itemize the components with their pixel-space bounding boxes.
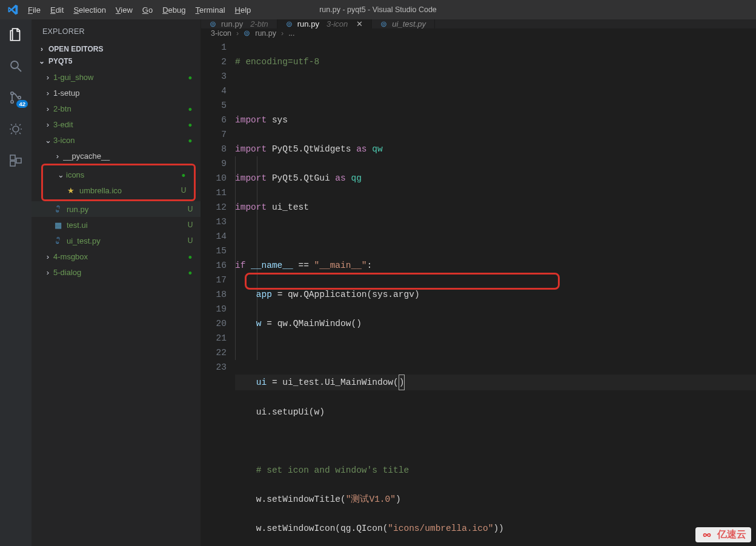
folder-pycache[interactable]: ›__pycache__ <box>31 148 201 164</box>
menu-help[interactable]: Help <box>230 3 256 17</box>
svg-point-5 <box>13 126 19 132</box>
search-tab-icon[interactable] <box>7 57 25 75</box>
sidebar-title: EXPLORER <box>31 19 201 44</box>
file-ui-test-py[interactable]: ui_test.py U <box>31 233 201 248</box>
menu-file[interactable]: FFileile <box>23 3 45 17</box>
title-bar: FFileile Edit Selection View Go Debug Te… <box>0 0 756 19</box>
svg-point-0 <box>11 61 18 68</box>
svg-point-2 <box>11 92 13 95</box>
vscode-logo-icon <box>7 4 18 15</box>
scm-badge: 42 <box>16 100 28 108</box>
svg-rect-7 <box>10 161 15 166</box>
python-file-icon <box>53 236 63 245</box>
scm-tab-icon[interactable]: 42 <box>7 88 25 107</box>
workspace-section[interactable]: ⌄ PYQT5 <box>31 56 201 68</box>
activity-bar: 42 <box>0 19 31 546</box>
star-icon: ★ <box>66 186 76 195</box>
folder-4-msgbox[interactable]: ›4-msgbox • <box>31 248 201 264</box>
menu-edit[interactable]: Edit <box>45 3 68 17</box>
breadcrumb-more[interactable]: ... <box>288 29 294 38</box>
python-file-icon: ⊚ <box>210 19 216 28</box>
folder-3-icon[interactable]: ⌄3-icon • <box>31 132 201 148</box>
extensions-tab-icon[interactable] <box>7 151 25 170</box>
watermark: 亿速云 <box>695 527 751 542</box>
annotation-box-icons: ⌄icons • ★ umbrella.ico U <box>41 164 196 201</box>
git-u-icon: U <box>186 205 194 213</box>
folder-1-gui-show[interactable]: ›1-gui_show • <box>31 69 201 85</box>
menu-bar: FFileile Edit Selection View Go Debug Te… <box>23 3 256 17</box>
menu-view[interactable]: View <box>111 3 138 17</box>
workspace-name: PYQT5 <box>48 57 72 65</box>
tab-run-3icon[interactable]: ⊚ run.py 3-icon ✕ <box>277 19 373 28</box>
file-run-py[interactable]: run.py U <box>31 201 201 217</box>
breadcrumb[interactable]: 3-icon › ⊚ run.py › ... <box>201 28 756 38</box>
explorer-sidebar: EXPLORER › OPEN EDITORS ⌄ PYQT5 ›1-gui_s… <box>31 19 201 546</box>
file-umbrella-ico[interactable]: ★ umbrella.ico U <box>43 182 194 198</box>
breadcrumb-folder[interactable]: 3-icon <box>211 29 231 38</box>
git-u-icon: U <box>186 221 194 229</box>
explorer-tab-icon[interactable] <box>7 25 25 44</box>
chevron-down-icon: ⌄ <box>38 57 46 65</box>
file-tree: ›1-gui_show • ›1-setup ›2-btn • ›3-edit … <box>31 68 201 284</box>
infinity-icon <box>700 531 714 539</box>
menu-go[interactable]: Go <box>138 3 158 17</box>
close-icon[interactable]: ✕ <box>356 19 363 28</box>
svg-point-3 <box>11 101 13 103</box>
folder-2-btn[interactable]: ›2-btn • <box>31 101 201 116</box>
chevron-right-icon: › <box>236 29 239 38</box>
chevron-right-icon: › <box>38 45 46 53</box>
editor-tabs: ⊚ run.py 2-btn ⊚ run.py 3-icon ✕ ⊚ ui_te… <box>201 19 756 28</box>
annotation-box-setwindowicon <box>245 273 560 290</box>
folder-icons[interactable]: ⌄icons • <box>43 167 194 182</box>
python-file-icon: ⊚ <box>380 19 387 28</box>
file-test-ui[interactable]: ▦ test.ui U <box>31 217 201 233</box>
svg-point-4 <box>18 96 21 99</box>
python-file-icon: ⊚ <box>244 28 250 38</box>
svg-line-1 <box>18 68 21 72</box>
menu-terminal[interactable]: Terminal <box>190 3 230 17</box>
debug-tab-icon[interactable] <box>7 120 25 138</box>
line-numbers: 1234567891011121314151617181920212223 <box>201 38 235 546</box>
open-editors-label: OPEN EDITORS <box>48 45 103 53</box>
editor-group: ⊚ run.py 2-btn ⊚ run.py 3-icon ✕ ⊚ ui_te… <box>201 19 756 546</box>
folder-5-dialog[interactable]: ›5-dialog • <box>31 264 201 280</box>
open-editors-section[interactable]: › OPEN EDITORS <box>31 44 201 56</box>
tab-run-2btn[interactable]: ⊚ run.py 2-btn <box>201 19 277 28</box>
folder-1-setup[interactable]: ›1-setup <box>31 85 201 101</box>
code-editor[interactable]: 1234567891011121314151617181920212223 # … <box>201 38 756 546</box>
folder-3-edit[interactable]: ›3-edit • <box>31 116 201 132</box>
menu-selection[interactable]: Selection <box>68 3 110 17</box>
chevron-right-icon: › <box>281 29 284 38</box>
python-file-icon: ⊚ <box>286 19 293 28</box>
git-u-icon: U <box>179 186 188 195</box>
code-body[interactable]: # encoding=utf-8 import sys import PyQt5… <box>235 38 756 546</box>
python-file-icon <box>53 205 63 213</box>
breadcrumb-file[interactable]: run.py <box>255 29 276 38</box>
git-u-icon: U <box>186 236 194 245</box>
svg-rect-8 <box>16 158 21 163</box>
window-title: run.py - pyqt5 - Visual Studio Code <box>319 5 437 14</box>
menu-debug[interactable]: Debug <box>158 3 190 17</box>
tab-ui-test[interactable]: ⊚ ui_test.py <box>372 19 435 28</box>
ui-file-icon: ▦ <box>53 221 63 230</box>
svg-rect-6 <box>10 155 15 160</box>
